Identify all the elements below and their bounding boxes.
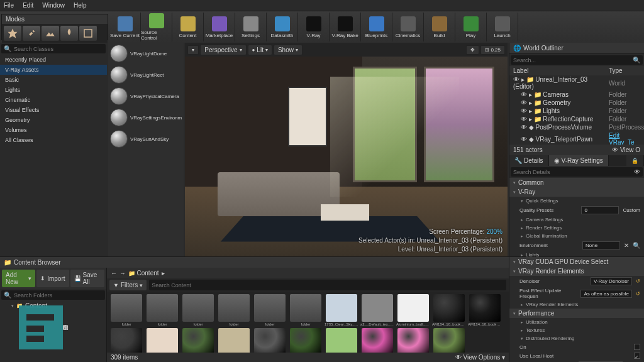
category-all-classes[interactable]: All Classes (0, 135, 107, 145)
reset-icon[interactable]: ↺ (636, 291, 640, 297)
category-lights[interactable]: Lights (0, 85, 107, 95)
browse-icon[interactable]: 🔍 (633, 242, 640, 249)
clear-icon[interactable]: ✕ (624, 242, 629, 249)
search-classes-input[interactable] (14, 46, 103, 52)
toolbar-settings[interactable]: Settings (235, 13, 267, 41)
outliner-tree[interactable]: 👁 ▸ 📁 Unreal_Interior_03 (Editor)World👁 … (509, 75, 644, 145)
asset-thumbnail[interactable] (145, 328, 179, 353)
asset-thumbnail[interactable]: flower2_mt1_bsdf_T (396, 328, 430, 353)
cb-asset-grid[interactable]: folderfolderfolderfolderfolderfolder1735… (107, 292, 509, 353)
section-vray[interactable]: V-Ray (509, 187, 644, 197)
outliner-row[interactable]: 👁 ▸ 📁 Unreal_Interior_03 (Editor)World (509, 75, 644, 90)
section-lights[interactable]: Lights (509, 251, 644, 256)
asset-thumbnail[interactable]: AM134_10_book07_Te (109, 328, 143, 353)
outliner-row[interactable]: 👁 ◆ PostProcessVolumePostProcess (509, 123, 644, 131)
category-visual-effects[interactable]: Visual Effects (0, 105, 107, 115)
back-icon[interactable]: ← (111, 270, 117, 277)
lock-icon[interactable]: 🔒 (626, 155, 644, 166)
asset-thumbnail[interactable]: folder (253, 294, 287, 326)
post-freq-dropdown[interactable]: As often as possible (580, 290, 632, 298)
path-segment[interactable]: 📁 Content (128, 270, 159, 277)
view-options[interactable]: 👁 View O (612, 146, 640, 153)
outliner-row[interactable]: 👁 ▸ 📁 GeometryFolder (509, 99, 644, 107)
category-volumes[interactable]: Volumes (0, 125, 107, 135)
asset-thumbnail[interactable]: flower2_mt1_bsdf_T (360, 328, 394, 353)
search-classes[interactable]: 🔍 (1, 44, 106, 53)
asset-VRaySettingsEnvironm[interactable]: VRaySettingsEnvironm (108, 107, 184, 128)
details-search[interactable]: 👁 (511, 167, 643, 177)
category-geometry[interactable]: Geometry (0, 115, 107, 125)
section-camera[interactable]: Camera Settings (509, 216, 644, 224)
mode-mesh-icon[interactable] (79, 26, 97, 41)
category-v-ray-assets[interactable]: V-Ray Assets (0, 65, 107, 75)
section-utilization[interactable]: Utilization (509, 318, 644, 326)
asset-VRayLightDome[interactable]: VRayLightDome (108, 43, 184, 64)
asset-VRayLightRect[interactable]: VRayLightRect (108, 64, 184, 85)
viewport-snap-icon[interactable]: ⊞ 0.25 (480, 45, 505, 55)
outliner-row[interactable]: 👁 ◆ VRay_TeleportPawnEdit VRay_Te (509, 131, 644, 145)
folders-search[interactable]: 🔍 (1, 290, 105, 300)
asset-thumbnail[interactable]: folder (145, 294, 179, 326)
denoiser-dropdown[interactable]: V-Ray Denoiser (591, 277, 632, 285)
reset-icon[interactable]: ↺ (636, 278, 640, 284)
asset-VRayPhysicalCamera[interactable]: VRayPhysicalCamera (108, 85, 184, 107)
eye-icon[interactable]: 👁 (634, 168, 640, 175)
mode-place-icon[interactable] (4, 26, 21, 41)
folders-search-input[interactable] (14, 292, 103, 299)
category-basic[interactable]: Basic (0, 75, 107, 85)
asset-VRaySunAndSky[interactable]: VRaySunAndSky (108, 128, 184, 150)
toolbar-content[interactable]: Content (172, 13, 204, 41)
asset-thumbnail[interactable]: brushed_metal_mt_bsdf_T (253, 328, 287, 353)
section-common[interactable]: Common (509, 178, 644, 187)
section-quick[interactable]: Quick Settings (509, 197, 644, 205)
viewport-perspective[interactable]: Perspective ▾ (200, 45, 246, 55)
mode-foliage-icon[interactable] (60, 26, 78, 41)
details-search-input[interactable] (513, 169, 631, 175)
section-performance[interactable]: Performance (509, 309, 644, 318)
add-new-button[interactable]: Add New ▾ (2, 270, 35, 287)
asset-thumbnail[interactable]: Flower_Flower_mt1_bsdf_M (432, 328, 466, 353)
save-all-button[interactable]: 💾 Save All (70, 270, 104, 287)
toolbar-play[interactable]: Play (455, 13, 487, 41)
outliner-search[interactable]: 🔍 (511, 55, 643, 65)
menu-file[interactable]: File (4, 2, 14, 9)
outliner-search-input[interactable] (513, 57, 630, 63)
asset-thumbnail[interactable]: DatasmithAssetCad (217, 328, 251, 353)
asset-thumbnail[interactable]: AM134_10_book02_Te (432, 294, 466, 326)
section-distributed[interactable]: Distributed Rendering (509, 334, 644, 343)
dist-on-checkbox[interactable] (634, 344, 640, 350)
viewport[interactable]: ▾ Perspective ▾ ● Lit ▾ Show ▾ ✥ ⊞ 0.25 … (185, 43, 508, 256)
mode-paint-icon[interactable] (23, 26, 40, 41)
section-elements[interactable]: VRay Render Elements (509, 266, 644, 276)
asset-thumbnail[interactable]: folder (217, 294, 251, 326)
mode-landscape-icon[interactable] (42, 26, 59, 41)
asset-thumbnail[interactable]: folder (109, 294, 143, 326)
toolbar-cinematics[interactable]: Cinematics (392, 13, 424, 41)
viewport-show[interactable]: Show ▾ (274, 45, 303, 55)
viewport-lit[interactable]: ● Lit ▾ (248, 45, 272, 55)
outliner-row[interactable]: 👁 ▸ 📁 CamerasFolder (509, 90, 644, 99)
category-cinematic[interactable]: Cinematic (0, 95, 107, 105)
toolbar-v-ray[interactable]: V-Ray (298, 13, 330, 41)
toolbar-datasmith[interactable]: Datasmith (267, 13, 298, 41)
asset-thumbnail[interactable]: Dark_Green_Leaves_mt_bs (289, 328, 323, 353)
toolbar-save-current[interactable]: Save Current (109, 13, 141, 41)
forward-icon[interactable]: → (119, 270, 126, 277)
tab-details[interactable]: 🔧Details (509, 155, 549, 166)
toolbar-launch[interactable]: Launch (487, 13, 518, 41)
filters-button[interactable]: ▼ Filters ▾ (109, 280, 147, 290)
viewport-menu-icon[interactable]: ▾ (187, 45, 199, 55)
view-options-button[interactable]: 👁 View Options ▾ (455, 354, 505, 361)
toolbar-build[interactable]: Build (424, 13, 455, 41)
section-cuda[interactable]: VRay CUDA GPU Device Select (509, 257, 644, 266)
asset-thumbnail[interactable]: a2__Default_tex_1_T (360, 294, 394, 326)
asset-thumbnail[interactable]: 1735_Clear_Sky_Tex (325, 294, 358, 326)
asset-thumbnail[interactable]: diff_10_banona_Tex (325, 328, 358, 353)
asset-thumbnail[interactable]: AM134_10_book06_Te (468, 294, 502, 326)
menu-edit[interactable]: Edit (23, 2, 33, 9)
asset-thumbnail[interactable] (181, 328, 215, 353)
asset-thumbnail[interactable]: folder (181, 294, 215, 326)
section-textures[interactable]: Textures (509, 326, 644, 334)
section-render[interactable]: Render Settings (509, 224, 644, 232)
category-recently-placed[interactable]: Recently Placed (0, 55, 107, 65)
